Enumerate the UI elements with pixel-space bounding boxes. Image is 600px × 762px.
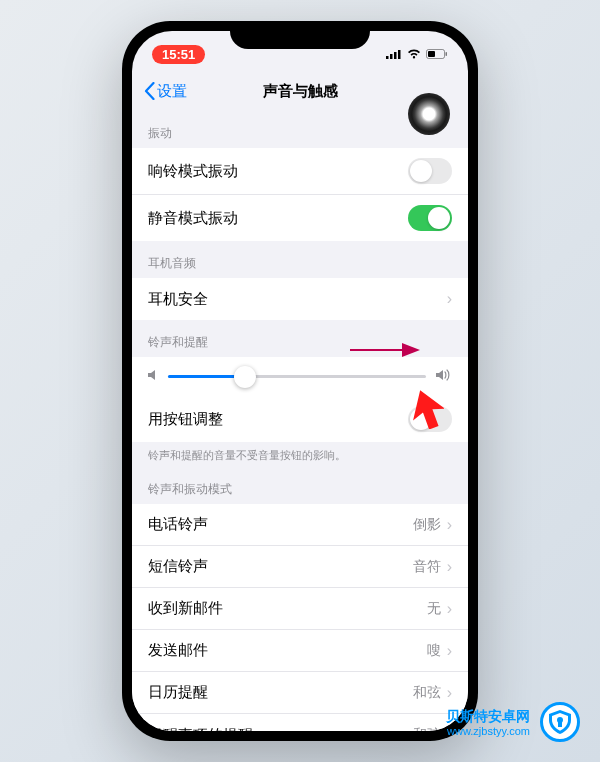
group-headphone: 耳机安全 › [132, 278, 468, 320]
row-value: 和弦 [413, 684, 441, 702]
svg-rect-1 [390, 54, 393, 59]
svg-rect-3 [398, 50, 401, 59]
group-patterns: 电话铃声 倒影› 短信铃声 音符› 收到新邮件 无› 发送邮件 嗖› 日历提醒 [132, 504, 468, 731]
svg-rect-11 [558, 722, 562, 727]
row-silent-vibrate[interactable]: 静音模式振动 [132, 195, 468, 241]
section-footer-ringer: 铃声和提醒的音量不受音量按钮的影响。 [132, 442, 468, 467]
row-label: 提醒事项的提醒 [148, 726, 253, 732]
chevron-left-icon [144, 82, 155, 100]
chevron-right-icon: › [447, 642, 452, 660]
row-text-tone[interactable]: 短信铃声 音符› [132, 546, 468, 588]
row-label: 静音模式振动 [148, 209, 238, 228]
row-new-mail[interactable]: 收到新邮件 无› [132, 588, 468, 630]
slider-thumb[interactable] [234, 366, 256, 388]
row-change-with-buttons[interactable]: 用按钮调整 [132, 396, 468, 442]
switch-change-with-buttons[interactable] [408, 406, 452, 432]
signal-icon [386, 49, 402, 59]
row-ringtone[interactable]: 电话铃声 倒影› [132, 504, 468, 546]
back-label: 设置 [157, 82, 187, 101]
row-volume-slider [132, 357, 468, 396]
settings-content: 振动 响铃模式振动 静音模式振动 耳机音频 耳机安全 › 铃声和提醒 [132, 111, 468, 731]
watermark-name: 贝斯特安卓网 [446, 708, 530, 725]
row-label: 发送邮件 [148, 641, 208, 660]
row-value: 倒影 [413, 516, 441, 534]
switch-silent-vibrate[interactable] [408, 205, 452, 231]
watermark-url: www.zjbstyy.com [446, 725, 530, 738]
group-ringer: 用按钮调整 [132, 357, 468, 442]
chevron-right-icon: › [447, 600, 452, 618]
svg-rect-5 [428, 51, 435, 57]
battery-icon [426, 49, 448, 59]
watermark-logo [540, 702, 580, 742]
status-indicators [386, 49, 448, 59]
row-label: 响铃模式振动 [148, 162, 238, 181]
group-vibration: 响铃模式振动 静音模式振动 [132, 148, 468, 241]
row-value: 无 [427, 600, 441, 618]
row-label: 收到新邮件 [148, 599, 223, 618]
back-button[interactable]: 设置 [144, 82, 187, 101]
shield-icon [549, 710, 571, 734]
row-reminder-alert[interactable]: 提醒事项的提醒 和弦› [132, 714, 468, 731]
row-sent-mail[interactable]: 发送邮件 嗖› [132, 630, 468, 672]
svg-rect-6 [446, 52, 448, 56]
phone-frame: 15:51 设置 声音与触感 振动 [122, 21, 478, 741]
chevron-right-icon: › [447, 290, 452, 308]
status-time: 15:51 [152, 45, 205, 64]
row-value: 音符 [413, 558, 441, 576]
section-header-patterns: 铃声和振动模式 [132, 467, 468, 504]
page-title: 声音与触感 [263, 82, 338, 101]
volume-high-icon [436, 369, 452, 384]
volume-slider[interactable] [168, 375, 426, 378]
row-label: 日历提醒 [148, 683, 208, 702]
volume-low-icon [148, 369, 158, 384]
row-label: 用按钮调整 [148, 410, 223, 429]
row-value: 嗖 [427, 642, 441, 660]
chevron-right-icon: › [447, 558, 452, 576]
row-label: 电话铃声 [148, 515, 208, 534]
svg-rect-2 [394, 52, 397, 59]
row-value: 和弦 [413, 726, 441, 731]
chevron-right-icon: › [447, 684, 452, 702]
switch-ring-vibrate[interactable] [408, 158, 452, 184]
row-label: 短信铃声 [148, 557, 208, 576]
chevron-right-icon: › [447, 516, 452, 534]
row-calendar-alert[interactable]: 日历提醒 和弦› [132, 672, 468, 714]
screen: 15:51 设置 声音与触感 振动 [132, 31, 468, 731]
notch [230, 21, 370, 49]
section-header-ringer: 铃声和提醒 [132, 320, 468, 357]
section-header-headphone: 耳机音频 [132, 241, 468, 278]
row-ring-vibrate[interactable]: 响铃模式振动 [132, 148, 468, 195]
row-headphone-safety[interactable]: 耳机安全 › [132, 278, 468, 320]
svg-rect-0 [386, 56, 389, 59]
watermark-text: 贝斯特安卓网 www.zjbstyy.com [446, 708, 530, 738]
assistive-touch-button[interactable] [408, 93, 450, 135]
wifi-icon [407, 49, 421, 59]
row-label: 耳机安全 [148, 290, 208, 309]
